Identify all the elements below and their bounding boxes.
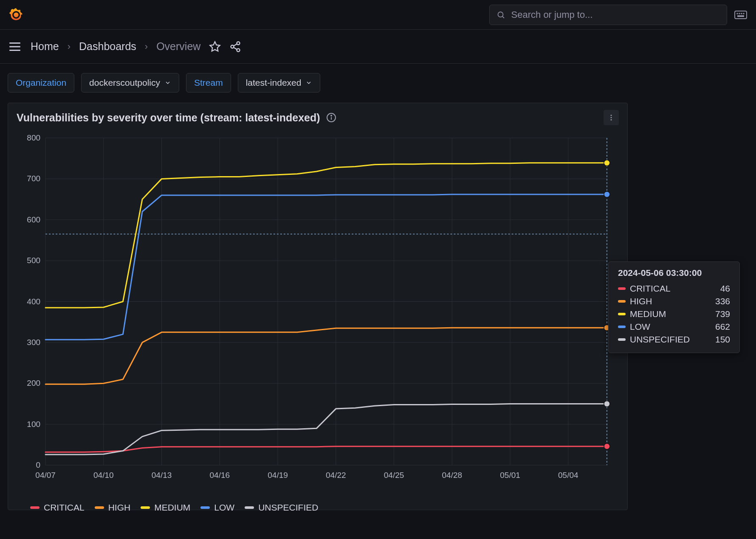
tooltip-row-critical: CRITICAL46 [618, 282, 730, 295]
legend-item-high[interactable]: HIGH [95, 503, 131, 513]
panel-title: Vulnerabilities by severity over time (s… [17, 112, 320, 124]
var-stream-label: Stream [186, 73, 231, 93]
chevron-right-icon: › [145, 41, 148, 52]
svg-line-1 [502, 16, 504, 18]
y-tick-label: 800 [27, 134, 40, 142]
svg-point-3 [737, 13, 738, 14]
legend-label: HIGH [108, 503, 131, 513]
global-search[interactable] [489, 5, 727, 25]
legend-label: MEDIUM [154, 503, 190, 513]
svg-line-15 [234, 44, 237, 46]
svg-point-0 [498, 12, 503, 17]
tooltip-row-high: HIGH336 [618, 295, 730, 308]
hover-tooltip: 2024-05-06 03:30:00 CRITICAL46HIGH336MED… [608, 261, 740, 353]
svg-point-22 [611, 119, 612, 121]
svg-point-20 [611, 115, 612, 116]
panel-menu-button[interactable] [604, 110, 619, 125]
keyboard-shortcut-icon[interactable] [733, 7, 748, 22]
legend-swatch [95, 506, 104, 509]
legend-label: UNSPECIFIED [258, 503, 318, 513]
svg-point-4 [739, 13, 740, 14]
navbar: Home › Dashboards › Overview [0, 30, 756, 64]
legend-item-medium[interactable]: MEDIUM [141, 503, 190, 513]
hover-dot-unspecified [604, 401, 610, 407]
tooltip-series-value: 662 [715, 322, 730, 332]
svg-point-14 [237, 48, 240, 51]
tooltip-series-value: 336 [715, 296, 730, 306]
tooltip-series-name: UNSPECIFIED [630, 334, 690, 345]
tooltip-swatch [618, 326, 626, 328]
x-tick-label: 04/13 [152, 471, 172, 480]
search-input[interactable] [511, 9, 720, 20]
var-organization-value: dockerscoutpolicy [89, 78, 160, 88]
menu-toggle[interactable] [8, 39, 22, 54]
tooltip-series-name: HIGH [630, 296, 652, 306]
tooltip-series-value: 739 [715, 309, 730, 319]
y-tick-label: 500 [27, 256, 40, 265]
tooltip-row-low: LOW662 [618, 320, 730, 333]
tooltip-swatch [618, 338, 626, 341]
x-tick-label: 04/16 [210, 471, 230, 480]
search-icon [496, 10, 505, 20]
line-chart[interactable]: 010020030040050060070080004/0704/1004/13… [16, 134, 620, 491]
var-organization-select[interactable]: dockerscoutpolicy [81, 73, 179, 93]
breadcrumb-dashboards[interactable]: Dashboards [79, 40, 136, 53]
tooltip-row-medium: MEDIUM739 [618, 308, 730, 320]
var-stream-select[interactable]: latest-indexed [238, 73, 321, 93]
legend-label: CRITICAL [44, 503, 85, 513]
tooltip-series-name: MEDIUM [630, 309, 666, 319]
chart-area[interactable]: 010020030040050060070080004/0704/1004/13… [8, 129, 627, 516]
tooltip-series-value: 150 [715, 334, 730, 345]
tooltip-swatch [618, 287, 626, 290]
kebab-icon [607, 114, 615, 121]
y-tick-label: 300 [27, 338, 40, 347]
info-icon[interactable] [326, 112, 336, 123]
series-high[interactable] [45, 328, 607, 384]
svg-rect-7 [738, 16, 744, 17]
tooltip-swatch [618, 300, 626, 303]
legend-swatch [30, 506, 39, 509]
star-icon[interactable] [209, 41, 221, 53]
y-tick-label: 700 [27, 174, 40, 183]
hover-dot-medium [604, 160, 610, 166]
chevron-down-icon [305, 79, 312, 86]
svg-point-21 [611, 117, 612, 118]
series-critical[interactable] [45, 446, 607, 452]
y-tick-label: 400 [27, 297, 40, 306]
y-tick-label: 600 [27, 215, 40, 224]
legend-swatch [141, 506, 150, 509]
legend-swatch [200, 506, 210, 509]
x-tick-label: 04/07 [35, 471, 56, 480]
chevron-down-icon [164, 79, 171, 86]
y-tick-label: 100 [27, 420, 40, 429]
legend: CRITICALHIGHMEDIUMLOWUNSPECIFIED [30, 503, 318, 513]
legend-item-low[interactable]: LOW [200, 503, 234, 513]
grafana-logo[interactable] [8, 6, 25, 23]
hover-dot-critical [604, 444, 610, 449]
x-tick-label: 04/28 [442, 471, 463, 480]
breadcrumb-home[interactable]: Home [31, 40, 59, 53]
tooltip-series-name: LOW [630, 322, 650, 332]
x-tick-label: 04/22 [326, 471, 346, 480]
legend-swatch [245, 506, 254, 509]
tooltip-series-name: CRITICAL [630, 284, 671, 294]
svg-marker-11 [210, 42, 220, 51]
x-tick-label: 04/10 [93, 471, 114, 480]
tooltip-swatch [618, 313, 626, 315]
svg-point-13 [231, 45, 234, 48]
legend-item-critical[interactable]: CRITICAL [30, 503, 85, 513]
x-tick-label: 04/25 [384, 471, 404, 480]
svg-point-19 [331, 115, 332, 116]
series-medium[interactable] [45, 163, 607, 308]
svg-point-12 [237, 42, 240, 45]
share-icon[interactable] [229, 41, 241, 53]
breadcrumb-current: Overview [156, 40, 200, 53]
legend-label: LOW [214, 503, 234, 513]
panel-header: Vulnerabilities by severity over time (s… [8, 103, 627, 129]
x-tick-label: 05/04 [558, 471, 578, 480]
legend-item-unspecified[interactable]: UNSPECIFIED [245, 503, 318, 513]
y-tick-label: 200 [27, 379, 40, 387]
chevron-right-icon: › [68, 41, 71, 52]
variables-row: Organization dockerscoutpolicy Stream la… [0, 64, 756, 99]
svg-point-6 [743, 13, 744, 14]
